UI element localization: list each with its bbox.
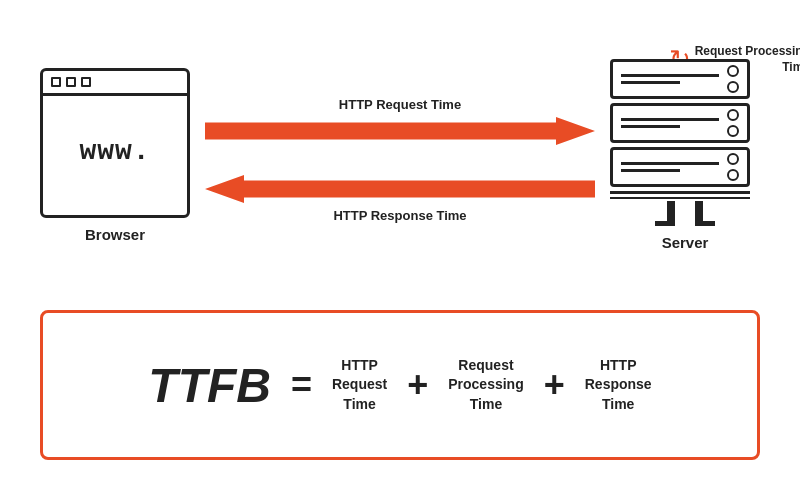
- request-arrow: [205, 117, 595, 145]
- server-wrapper: ↻ Request Processing Time: [610, 59, 760, 226]
- formula-request-processing-text: RequestProcessingTime: [448, 356, 523, 415]
- server-feet: [610, 221, 760, 226]
- server-circle-3b: [727, 169, 739, 181]
- server-rack-2: [610, 103, 750, 143]
- formula-http-request-text: HTTPRequestTime: [332, 356, 387, 415]
- server-circle-1a: [727, 65, 739, 77]
- server-label: Server: [662, 234, 709, 251]
- server-base-line1: [610, 191, 750, 194]
- formula-http-response-text: HTTPResponseTime: [585, 356, 652, 415]
- ttfb-label: TTFB: [148, 358, 271, 413]
- browser-www-text: www.: [79, 136, 150, 167]
- browser-label: Browser: [85, 226, 145, 243]
- server-box: [610, 59, 760, 226]
- browser-content: www.: [43, 96, 187, 208]
- ttfb-formula-section: TTFB = HTTPRequestTime + RequestProcessi…: [40, 310, 760, 460]
- plus-sign-1: +: [407, 364, 428, 406]
- server-foot-right: [695, 221, 715, 226]
- server-circle-3a: [727, 153, 739, 165]
- server-leg-right: [695, 201, 703, 221]
- http-request-label: HTTP Request Time: [205, 97, 595, 112]
- server-rack-3: [610, 147, 750, 187]
- server-foot-left: [655, 221, 675, 226]
- server-base-line2: [610, 197, 750, 199]
- formula-item-http-request: HTTPRequestTime: [332, 356, 387, 415]
- server-legs: [610, 201, 760, 221]
- browser-dot-1: [51, 77, 61, 87]
- response-arrow: [205, 175, 595, 203]
- formula-item-request-processing: RequestProcessingTime: [448, 356, 523, 415]
- formula-item-http-response: HTTPResponseTime: [585, 356, 652, 415]
- browser-illustration: www. Browser: [40, 68, 190, 243]
- browser-window: www.: [40, 68, 190, 218]
- browser-titlebar: [43, 71, 187, 96]
- request-arrow-row: HTTP Request Time: [205, 117, 595, 145]
- http-response-label: HTTP Response Time: [205, 208, 595, 223]
- server-rack-1: [610, 59, 750, 99]
- response-arrow-row: HTTP Response Time: [205, 175, 595, 203]
- server-leg-left: [667, 201, 675, 221]
- server-illustration: ↻ Request Processing Time: [610, 59, 760, 251]
- browser-dot-2: [66, 77, 76, 87]
- equals-sign: =: [291, 364, 312, 406]
- server-circle-1b: [727, 81, 739, 93]
- server-circle-2a: [727, 109, 739, 121]
- plus-sign-2: +: [544, 364, 565, 406]
- browser-dot-3: [81, 77, 91, 87]
- arrows-section: HTTP Request Time HTTP Response Time: [190, 117, 610, 203]
- server-circle-2b: [727, 125, 739, 137]
